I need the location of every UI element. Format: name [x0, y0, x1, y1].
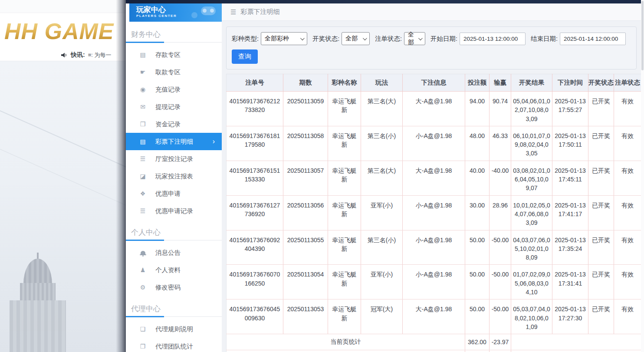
column-header: 输赢: [490, 74, 511, 92]
column-header: 开奖状态: [588, 74, 614, 92]
table-cell: 05,04,06,01,02,07,10,08,03,09: [511, 92, 552, 126]
table-cell: 幸运飞艇新: [328, 265, 361, 299]
column-header: 玩法: [361, 74, 403, 92]
table-cell: 01,07,02,09,05,06,08,03,04,10: [511, 265, 552, 299]
sidebar-item-profile[interactable]: ♟个人资料: [126, 261, 222, 279]
table-cell: 已开奖: [588, 265, 614, 299]
table-cell: -40.00: [490, 161, 511, 195]
table-cell: 幸运飞艇新: [328, 92, 361, 126]
panel-shadow: [116, 0, 126, 352]
table-row: 40156917367604500963020250113053幸运飞艇新冠军(…: [227, 299, 641, 334]
table-cell: 亚军(小): [361, 195, 403, 230]
news-label: 快讯:: [71, 51, 85, 59]
sidebar-item-change-password[interactable]: ⚙修改密码: [126, 279, 222, 296]
sidebar-section-title: 代理中心: [126, 300, 222, 316]
table-cell: 94.00: [465, 92, 490, 126]
summary-bet-total: 362.00: [465, 350, 490, 352]
table-cell: 20250113059: [283, 92, 328, 126]
sidebar-item-hall-bet-record[interactable]: ☰厅室投注记录: [126, 150, 222, 168]
sidebar-item-label: 修改密码: [155, 283, 181, 292]
table-cell: 亚军(小): [361, 265, 403, 299]
table-cell: 2025-01-13 17:41:17: [552, 195, 588, 230]
sidebar-item-withdraw[interactable]: ☛取款专区: [126, 63, 222, 81]
table-cell: 小-A盘@1.98: [403, 265, 465, 299]
draw-status-label: 开奖状态:: [312, 35, 339, 43]
table-cell: 幸运飞艇新: [328, 195, 361, 230]
message-bell-icon: [139, 249, 147, 256]
table-cell: 05,03,07,04,08,02,10,06,01,09: [511, 299, 552, 334]
panel-top-strip: [126, 0, 644, 3]
scrollbar-thumb[interactable]: [641, 1, 644, 70]
sidebar-item-label: 取款专区: [155, 68, 181, 76]
sidebar-item-promo-apply-record[interactable]: ☰优惠申请记录: [126, 202, 222, 220]
start-date-input[interactable]: [460, 33, 526, 45]
sidebar-item-label: 厅室投注记录: [155, 155, 193, 163]
sidebar-item-withdraw-record[interactable]: ✉提现记录: [126, 98, 222, 115]
table-cell: 第三名(大): [361, 92, 403, 126]
sidebar-item-label: 消息公告: [155, 249, 181, 257]
end-date-input[interactable]: [560, 33, 626, 45]
sidebar-item-funds-record[interactable]: ❒资金记录: [126, 115, 222, 133]
page-title: 彩票下注明细: [240, 8, 279, 16]
table-cell: 幸运飞艇新: [328, 230, 361, 265]
hamburger-icon[interactable]: ☰: [230, 8, 236, 16]
table-cell: 40.00: [465, 161, 490, 195]
table-cell: 大-A盘@1.98: [403, 92, 465, 126]
sidebar-item-recharge-record[interactable]: ◉充值记录: [126, 81, 222, 98]
table-cell: 有效: [614, 299, 641, 334]
deposit-card-icon: ▤: [139, 51, 147, 58]
profile-user-icon: ♟: [139, 266, 147, 273]
sidebar-item-agent-rules[interactable]: ❏代理规则说明: [126, 320, 222, 338]
page-summary-row: 当前页统计 362.00 -23.97: [227, 334, 641, 350]
table-cell: 28.96: [490, 195, 511, 230]
brand-logo: HH GAME: [4, 18, 114, 44]
total-summary-row: 总统计 362.00 -23.97: [227, 350, 641, 352]
table-cell: 2025-01-13 17:55:27: [552, 92, 588, 126]
sidebar-item-agent-team-stats[interactable]: ❐代理团队统计: [126, 338, 222, 352]
table-cell: 50.00: [465, 299, 490, 334]
table-cell: 48.00: [465, 126, 490, 161]
table-cell: 有效: [614, 195, 641, 230]
sidebar-item-lottery-bet-detail[interactable]: ▤彩票下注明细›: [126, 133, 222, 150]
table-cell: 已开奖: [588, 299, 614, 334]
sidebar-section-title: 财务中心: [126, 26, 222, 42]
table-cell: 小-A盘@1.98: [403, 230, 465, 265]
table-cell: 20250113058: [283, 126, 328, 161]
table-cell: 401569173676151153330: [227, 161, 283, 195]
news-ticker: ≡: 为每一: [88, 51, 112, 59]
order-status-select[interactable]: 全部: [404, 32, 425, 45]
table-cell: 30.00: [465, 195, 490, 230]
sidebar-item-player-bet-report[interactable]: ◪玩家投注报表: [126, 168, 222, 185]
table-cell: 有效: [614, 265, 641, 299]
sidebar-item-promo-apply[interactable]: ❖优惠申请: [126, 185, 222, 202]
table-cell: 2025-01-13 17:35:24: [552, 230, 588, 265]
chevron-down-icon: [363, 36, 367, 40]
sidebar-item-label: 优惠申请: [155, 190, 181, 198]
section-underline: [126, 42, 222, 43]
summary-label: 总统计: [227, 350, 465, 352]
withdraw-record-icon: ✉: [139, 103, 147, 110]
sidebar-item-label: 充值记录: [155, 86, 181, 94]
table-cell: 已开奖: [588, 126, 614, 161]
sidebar-item-message[interactable]: 消息公告: [126, 244, 222, 261]
table-cell: 有效: [614, 92, 641, 126]
table-cell: 10,01,02,05,04,07,06,08,03,09: [511, 195, 552, 230]
table-cell: 第三名(小): [361, 126, 403, 161]
chevron-right-icon: ›: [213, 138, 215, 145]
table-cell: 90.74: [490, 92, 511, 126]
table-cell: 2025-01-13 17:50:11: [552, 126, 588, 161]
change-password-gear-icon: ⚙: [139, 284, 147, 291]
column-header: 投注额: [465, 74, 490, 92]
sidebar-item-deposit[interactable]: ▤存款专区: [126, 46, 222, 63]
table-cell: 20250113056: [283, 195, 328, 230]
table-cell: 401569173676127736920: [227, 195, 283, 230]
search-button[interactable]: 查询: [232, 49, 258, 64]
sidebar-item-label: 代理规则说明: [155, 325, 193, 333]
table-cell: 20250113055: [283, 230, 328, 265]
vertical-scrollbar[interactable]: [641, 0, 644, 352]
table-cell: 大-A盘@1.98: [403, 161, 465, 195]
lottery-type-select[interactable]: 全部彩种: [261, 32, 307, 45]
table-cell: 已开奖: [588, 161, 614, 195]
draw-status-select[interactable]: 全部: [342, 32, 370, 45]
withdraw-hand-icon: ☛: [139, 69, 147, 76]
